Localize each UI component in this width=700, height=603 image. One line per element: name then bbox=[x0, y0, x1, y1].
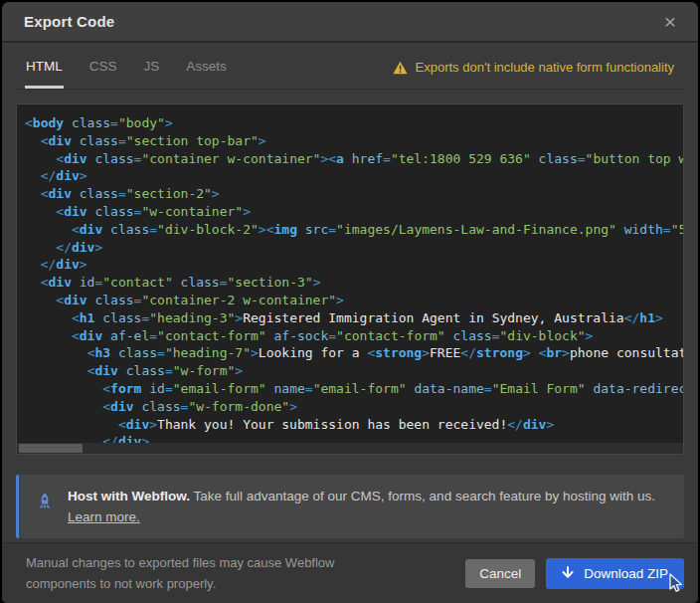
banner-text: Host with Webflow. Take full advantage o… bbox=[68, 486, 655, 527]
code-editor[interactable]: <body class="body"> <div class="section … bbox=[17, 104, 683, 451]
dialog-titlebar: Export Code × bbox=[2, 2, 698, 43]
export-code-dialog: Export Code × HTML CSS JS Assets Exports… bbox=[2, 2, 698, 603]
code-line: <h3 class="heading-7">Looking for a <str… bbox=[25, 344, 683, 362]
footer-note: Manual changes to exported files may cau… bbox=[26, 552, 384, 594]
download-zip-button[interactable]: Download ZIP bbox=[546, 558, 684, 589]
dialog-title: Export Code bbox=[24, 13, 114, 30]
dialog-footer: Manual changes to exported files may cau… bbox=[2, 542, 698, 603]
tab-js[interactable]: JS bbox=[144, 59, 160, 88]
rocket-icon bbox=[35, 493, 55, 514]
warning-text: Exports don't include native form functi… bbox=[416, 60, 674, 75]
code-line: <body class="body"> bbox=[25, 114, 683, 132]
scrollbar-thumb[interactable] bbox=[19, 444, 83, 453]
code-line: <div af-el="contact-form" af-sock="conta… bbox=[25, 327, 683, 345]
tab-css[interactable]: CSS bbox=[89, 59, 117, 88]
form-warning: Exports don't include native form functi… bbox=[393, 60, 674, 87]
cancel-button[interactable]: Cancel bbox=[465, 559, 535, 588]
footer-buttons: Cancel Download ZIP bbox=[465, 558, 684, 589]
download-arrow-icon bbox=[562, 566, 574, 580]
tabs-row: HTML CSS JS Assets Exports don't include… bbox=[16, 43, 684, 90]
code-line: <div>Thank you! Your submission has been… bbox=[25, 416, 683, 434]
code-line: <div class="w-container"> bbox=[25, 203, 683, 221]
warning-triangle-icon bbox=[393, 61, 408, 75]
horizontal-scrollbar[interactable] bbox=[17, 443, 683, 454]
code-line: </div> bbox=[25, 239, 683, 257]
learn-more-link[interactable]: Learn more. bbox=[68, 509, 140, 524]
code-line: <div class="container-2 w-container"> bbox=[25, 292, 683, 309]
code-line: </div> bbox=[25, 256, 683, 274]
code-line: <div class="div-block-2"><img src="image… bbox=[25, 221, 683, 239]
code-panel[interactable]: <body class="body"> <div class="section … bbox=[16, 103, 684, 455]
code-line: <div class="container w-container"><a hr… bbox=[25, 150, 683, 168]
code-line: </div> bbox=[25, 167, 683, 185]
tab-assets[interactable]: Assets bbox=[186, 59, 227, 88]
code-line: <form id="email-form" name="email-form" … bbox=[25, 380, 683, 398]
host-with-webflow-banner: Host with Webflow. Take full advantage o… bbox=[16, 475, 684, 538]
code-line: <div class="section-2"> bbox=[25, 185, 683, 203]
code-line: <h1 class="heading-3">Registered Immigra… bbox=[25, 309, 683, 327]
code-line: <div class="section top-bar"> bbox=[25, 132, 683, 150]
code-line: <div id="contact" class="section-3"> bbox=[25, 274, 683, 292]
banner-bold: Host with Webflow. bbox=[68, 489, 190, 503]
banner-body: Take full advantage of our CMS, forms, a… bbox=[190, 489, 655, 503]
download-zip-label: Download ZIP bbox=[584, 566, 668, 581]
tab-html[interactable]: HTML bbox=[26, 59, 63, 88]
close-icon[interactable]: × bbox=[664, 11, 676, 32]
code-line: <div class="w-form"> bbox=[25, 362, 683, 380]
code-line: <div class="w-form-done"> bbox=[25, 398, 683, 416]
